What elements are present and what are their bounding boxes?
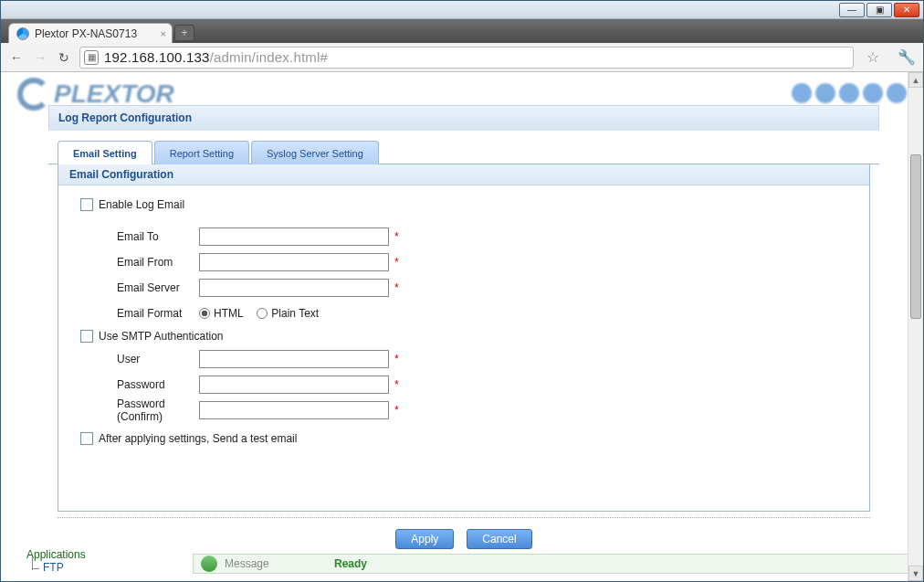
- form-body: Enable Log Email Email To * Email From *…: [58, 185, 869, 458]
- password-confirm-label: Password (Confirm): [80, 397, 199, 423]
- password-input[interactable]: [199, 376, 389, 394]
- header-icon[interactable]: [887, 83, 907, 103]
- smtp-auth-checkbox[interactable]: [80, 330, 93, 343]
- tab-close-icon[interactable]: ×: [161, 28, 166, 39]
- scroll-down-icon[interactable]: ▼: [908, 566, 923, 581]
- minimize-button[interactable]: —: [839, 3, 865, 17]
- sidebar-item-ftp[interactable]: FTP: [26, 561, 86, 574]
- status-value: Ready: [334, 557, 367, 570]
- site-info-icon[interactable]: ▦: [84, 50, 99, 65]
- smtp-auth-label: Use SMTP Authentication: [99, 330, 224, 343]
- os-titlebar: — ▣ ✕: [1, 1, 923, 19]
- status-label: Message: [225, 557, 334, 570]
- forward-button[interactable]: →: [32, 49, 48, 66]
- divider: [58, 517, 870, 518]
- panel-title: Log Report Configuration: [48, 105, 879, 131]
- email-server-label: Email Server: [80, 281, 199, 294]
- close-button[interactable]: ✕: [894, 3, 919, 17]
- bookmark-icon[interactable]: ☆: [861, 48, 885, 66]
- tab-email-setting[interactable]: Email Setting: [58, 141, 152, 164]
- email-to-label: Email To: [80, 230, 199, 243]
- header-icons: [792, 83, 907, 103]
- tab-report-setting[interactable]: Report Setting: [154, 141, 249, 164]
- header-icon[interactable]: [863, 83, 883, 103]
- status-icon: [201, 556, 217, 572]
- favicon-icon: [16, 27, 29, 40]
- sidebar-tree: Applications FTP: [26, 548, 86, 574]
- page-scrollbar[interactable]: ▲ ▼: [908, 72, 923, 581]
- back-button[interactable]: ←: [8, 49, 25, 66]
- button-row: Apply Cancel: [48, 524, 879, 549]
- required-mark: *: [389, 353, 399, 365]
- user-label: User: [80, 353, 199, 365]
- browser-tab[interactable]: Plextor PX-NAS0713 ×: [8, 23, 173, 43]
- url-text: 192.168.100.133/admin/index.html#: [104, 49, 328, 65]
- enable-log-email-checkbox[interactable]: [80, 198, 93, 211]
- section-header: Email Configuration: [58, 164, 869, 185]
- logo-swirl-icon: [17, 78, 50, 111]
- required-mark: *: [389, 230, 399, 243]
- email-from-label: Email From: [80, 256, 199, 269]
- cancel-button[interactable]: Cancel: [467, 529, 531, 549]
- email-server-input[interactable]: [199, 279, 389, 297]
- tab-syslog-setting[interactable]: Syslog Server Setting: [251, 141, 379, 164]
- format-plain-label: Plain Text: [271, 307, 319, 320]
- browser-window: — ▣ ✕ Plextor PX-NAS0713 × + ← → ↻ ▦ 192…: [0, 0, 924, 582]
- send-test-label: After applying settings, Send a test ema…: [99, 432, 297, 445]
- settings-wrench-icon[interactable]: 🔧: [892, 48, 916, 66]
- required-mark: *: [389, 281, 399, 294]
- header-icon[interactable]: [792, 83, 812, 103]
- url-bar[interactable]: ▦ 192.168.100.133/admin/index.html#: [79, 47, 854, 69]
- tab-strip: Plextor PX-NAS0713 × +: [1, 19, 923, 43]
- maximize-button[interactable]: ▣: [866, 3, 892, 17]
- email-from-input[interactable]: [199, 253, 389, 271]
- scroll-thumb[interactable]: [910, 154, 921, 319]
- required-mark: *: [389, 404, 399, 417]
- new-tab-button[interactable]: +: [174, 25, 194, 41]
- scroll-up-icon[interactable]: ▲: [908, 72, 923, 88]
- browser-toolbar: ← → ↻ ▦ 192.168.100.133/admin/index.html…: [1, 43, 923, 72]
- required-mark: *: [389, 378, 399, 391]
- tab-content: Email Configuration Enable Log Email Ema…: [58, 164, 870, 512]
- panel-tabs: Email Setting Report Setting Syslog Serv…: [48, 131, 879, 164]
- header-icon[interactable]: [839, 83, 859, 103]
- format-html-label: HTML: [214, 307, 244, 320]
- sidebar-item-applications[interactable]: Applications: [26, 548, 86, 561]
- tab-title: Plextor PX-NAS0713: [35, 27, 137, 40]
- password-label: Password: [80, 378, 199, 391]
- status-bar: Message Ready: [193, 554, 912, 574]
- required-mark: *: [389, 256, 399, 269]
- send-test-checkbox[interactable]: [80, 432, 93, 445]
- config-panel: Log Report Configuration Email Setting R…: [48, 105, 879, 547]
- email-to-input[interactable]: [199, 228, 389, 246]
- format-html-radio[interactable]: [199, 308, 210, 319]
- password-confirm-input[interactable]: [199, 401, 389, 419]
- reload-button[interactable]: ↻: [56, 49, 72, 66]
- format-plain-radio[interactable]: [257, 308, 268, 319]
- user-input[interactable]: [199, 350, 389, 368]
- apply-button[interactable]: Apply: [395, 529, 454, 549]
- header-icon[interactable]: [815, 83, 835, 103]
- enable-log-email-label: Enable Log Email: [99, 198, 184, 211]
- email-format-label: Email Format: [80, 307, 199, 320]
